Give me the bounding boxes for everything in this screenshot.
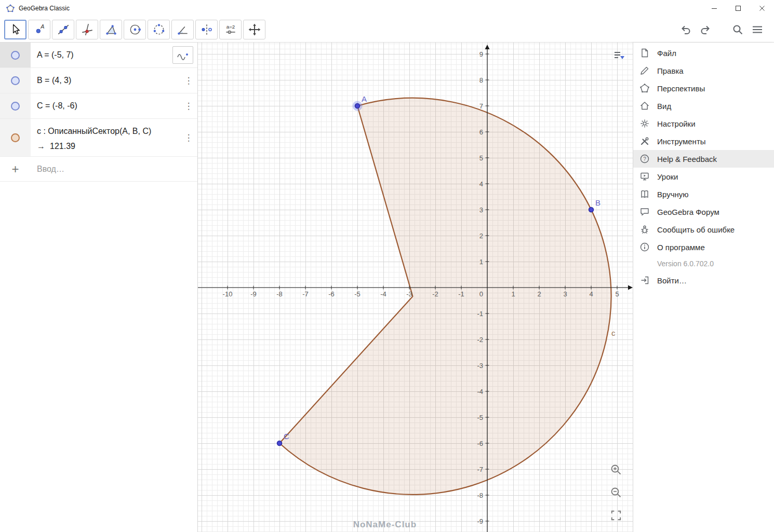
view-icon: [639, 101, 650, 111]
circle-tool-button[interactable]: [124, 20, 146, 39]
algebra-row-A[interactable]: A = (-5, 7): [0, 43, 197, 68]
menu-item-perspectives[interactable]: Перспективы: [633, 79, 774, 97]
main-menu: Файл Правка Перспективы Вид: [633, 43, 774, 532]
angle-tool-button[interactable]: [171, 20, 194, 39]
slider-tool-button[interactable]: a=2: [219, 20, 242, 39]
close-button[interactable]: [750, 0, 774, 17]
visibility-toggle-C[interactable]: [11, 102, 20, 111]
help-icon: ?: [639, 154, 650, 164]
visibility-toggle-A[interactable]: [11, 51, 20, 60]
menu-item-edit[interactable]: Правка: [633, 62, 774, 79]
x-tick-label: -5: [354, 290, 361, 298]
y-tick-label: 3: [479, 206, 483, 214]
origin-label: 0: [479, 290, 483, 298]
polygon-tool-button[interactable]: [100, 20, 122, 39]
ellipse-tool-button[interactable]: [148, 20, 170, 39]
menu-item-help-feedback[interactable]: ? Help & Feedback: [633, 150, 774, 168]
menu-item-tools[interactable]: Инструменты: [633, 132, 774, 150]
point-tool-button[interactable]: A: [28, 20, 50, 39]
lessons-icon: [639, 171, 650, 182]
y-tick-label: -3: [477, 362, 483, 370]
menu-item-view[interactable]: Вид: [633, 97, 774, 115]
x-tick-label: -9: [250, 290, 257, 298]
y-tick-label: -6: [477, 440, 483, 447]
graphics-stylebar-toggle[interactable]: [611, 48, 628, 63]
sector-label: c: [611, 329, 616, 337]
y-tick-label: -9: [477, 517, 483, 525]
stylebar-icon: [612, 49, 626, 62]
algebra-row-B[interactable]: B = (4, 3) ⋮: [0, 68, 197, 93]
reflect-tool-button[interactable]: [195, 20, 218, 39]
menu-item-forum[interactable]: GeoGebra Форум: [633, 203, 774, 221]
tool-buttons: A a=2: [4, 20, 265, 39]
window-title: GeoGebra Classic: [19, 5, 70, 12]
menu-item-tutorials[interactable]: Уроки: [633, 168, 774, 185]
x-tick-label: -2: [432, 290, 438, 298]
move-graphics-view-tool-button[interactable]: [243, 20, 265, 39]
search-button[interactable]: [729, 21, 746, 38]
perspectives-icon: [639, 83, 650, 93]
y-tick-label: -8: [477, 492, 483, 499]
x-tick-label: -10: [223, 290, 233, 298]
maximize-button[interactable]: [726, 0, 750, 17]
y-tick-label: 1: [479, 258, 483, 266]
x-tick-label: -8: [276, 290, 283, 298]
svg-text:A: A: [40, 23, 44, 29]
y-tick-label: 2: [479, 232, 483, 240]
x-tick-label: -1: [458, 290, 464, 298]
x-tick-label: 3: [563, 290, 567, 298]
menu-button[interactable]: [749, 21, 766, 38]
menu-item-manual[interactable]: Вручную: [633, 185, 774, 203]
move-tool-button[interactable]: [4, 20, 26, 39]
y-tick-label: -7: [477, 466, 483, 473]
redo-button[interactable]: [697, 21, 714, 38]
y-tick-label: 6: [479, 128, 483, 136]
point-A[interactable]: [355, 104, 360, 108]
definition-C: C = (-8, -6): [37, 100, 174, 112]
x-tick-label: 4: [589, 290, 593, 298]
menu-item-report-bug[interactable]: Сообщить об ошибке: [633, 221, 774, 238]
algebra-row-c-sector[interactable]: c : ОписанныйСектор(A, B, C) → 121.39 ⋮: [0, 119, 197, 157]
menu-item-sign-in[interactable]: Войти…: [633, 271, 774, 289]
point-B[interactable]: [589, 208, 594, 212]
y-tick-label: 8: [479, 76, 483, 84]
line-tool-button[interactable]: [52, 20, 74, 39]
definition-c: c : ОписанныйСектор(A, B, C): [37, 126, 174, 137]
point-C[interactable]: [277, 441, 282, 446]
sector-area-value: 121.39: [50, 142, 75, 151]
perpendicular-line-tool-button[interactable]: [76, 20, 98, 39]
x-tick-label: -6: [328, 290, 335, 298]
geogebra-logo-icon: [6, 4, 15, 12]
row-menu-button-B[interactable]: ⋮: [180, 68, 197, 93]
algebra-stylebar-toggle[interactable]: [172, 46, 193, 64]
y-tick-label: 7: [479, 102, 483, 110]
sign-in-icon: [639, 275, 650, 285]
definition-A: A = (-5, 7): [37, 49, 191, 61]
x-tick-label: -4: [380, 290, 386, 298]
visibility-toggle-c[interactable]: [11, 133, 20, 142]
visibility-toggle-B[interactable]: [11, 76, 20, 85]
y-tick-label: -5: [477, 414, 483, 421]
x-tick-label: 2: [537, 290, 541, 298]
zoom-out-button[interactable]: [608, 484, 624, 501]
row-menu-button-c[interactable]: ⋮: [180, 119, 197, 156]
titlebar: GeoGebra Classic: [0, 0, 774, 17]
minimize-button[interactable]: [702, 0, 726, 17]
algebra-input[interactable]: [31, 165, 197, 174]
fullscreen-button[interactable]: [608, 507, 624, 524]
add-expression-button[interactable]: +: [0, 162, 31, 176]
coordinate-plane[interactable]: c -10-9-8-7-6-5-4-3-2-112345-9-8-7-6-5-4…: [198, 43, 633, 532]
undo-button[interactable]: [677, 21, 694, 38]
row-menu-button-C[interactable]: ⋮: [180, 93, 197, 118]
point-label-B: B: [595, 198, 600, 207]
manual-icon: [639, 189, 650, 199]
algebra-row-C[interactable]: C = (-8, -6) ⋮: [0, 93, 197, 119]
menu-item-file[interactable]: Файл: [633, 44, 774, 62]
definition-B: B = (4, 3): [37, 75, 174, 86]
algebra-input-row: +: [0, 157, 197, 182]
menu-item-about[interactable]: О программе: [633, 238, 774, 256]
zoom-in-button[interactable]: [608, 461, 624, 478]
y-tick-label: 4: [479, 180, 483, 188]
graphics-view[interactable]: c -10-9-8-7-6-5-4-3-2-112345-9-8-7-6-5-4…: [198, 43, 633, 532]
menu-item-settings[interactable]: Настройки: [633, 115, 774, 132]
